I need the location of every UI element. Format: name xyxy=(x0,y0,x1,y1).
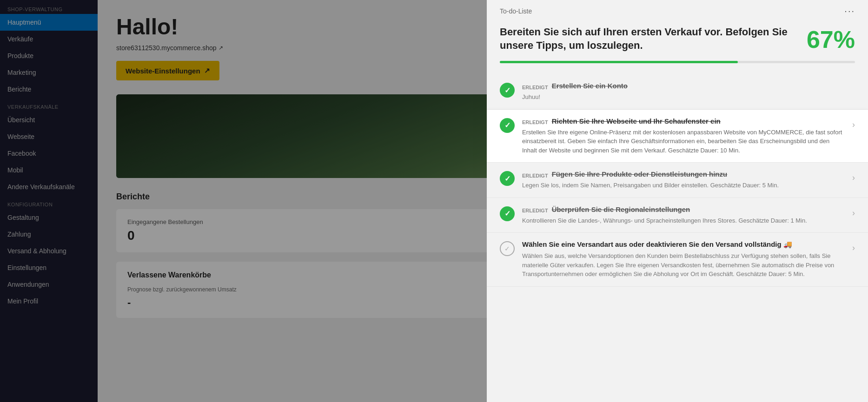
todo-item-versand-content: Wählen Sie eine Versandart aus oder deak… xyxy=(522,240,845,279)
chevron-right-icon-regional: › xyxy=(852,208,855,218)
todo-item-webseite-title: Richten Sie Ihre Webseite und Ihr Schauf… xyxy=(552,117,721,125)
erledigt-label-regional: Erledigt xyxy=(522,208,548,213)
todo-hero-title: Bereiten Sie sich auf Ihren ersten Verka… xyxy=(500,26,799,52)
check-icon-konto: ✓ xyxy=(500,83,515,98)
erledigt-label-konto: Erledigt xyxy=(522,85,548,90)
check-icon-produkte: ✓ xyxy=(500,171,515,186)
todo-hero: Bereiten Sie sich auf Ihren ersten Verka… xyxy=(487,16,868,61)
todo-percent: 67% xyxy=(799,26,855,53)
todo-item-produkte-title: Fügen Sie Ihre Produkte oder Dienstleist… xyxy=(552,170,728,178)
progress-bar-fill xyxy=(500,61,738,63)
todo-panel: To-do-Liste ··· Bereiten Sie sich auf Ih… xyxy=(487,0,868,402)
todo-items-list: ✓ Erledigt Erstellen Sie ein Konto Juhuu… xyxy=(487,71,868,290)
todo-item-konto-desc: Juhuu! xyxy=(522,92,855,102)
check-icon-regional: ✓ xyxy=(500,206,515,221)
todo-item-produkte-content: Erledigt Fügen Sie Ihre Produkte oder Di… xyxy=(522,170,845,190)
todo-item-regional-desc: Kontrollieren Sie die Landes-, Währungs-… xyxy=(522,216,845,225)
todo-item-konto-content: Erledigt Erstellen Sie ein Konto Juhuu! xyxy=(522,82,855,102)
todo-top-bar: To-do-Liste ··· xyxy=(487,0,868,16)
chevron-right-icon-webseite: › xyxy=(852,120,855,130)
todo-item-webseite-content: Erledigt Richten Sie Ihre Webseite und I… xyxy=(522,117,845,155)
todo-item-produkte-desc: Legen Sie los, indem Sie Namen, Preisang… xyxy=(522,181,845,190)
todo-panel-title: To-do-Liste xyxy=(500,7,532,15)
todo-item-versand-desc: Wählen Sie aus, welche Versandoptionen d… xyxy=(522,251,845,279)
todo-item-versand-title: Wählen Sie eine Versandart aus oder deak… xyxy=(522,240,792,249)
todo-item-regional-content: Erledigt Überprüfen Sie die Regionaleins… xyxy=(522,205,845,225)
progress-bar xyxy=(487,61,868,71)
check-icon-webseite: ✓ xyxy=(500,118,515,133)
todo-item-regional-title: Überprüfen Sie die Regionaleinstellungen xyxy=(552,205,690,213)
todo-item-webseite-desc: Erstellen Sie Ihre eigene Online-Präsenz… xyxy=(522,128,845,155)
chevron-right-icon-versand: › xyxy=(852,243,855,253)
overlay[interactable]: To-do-Liste ··· Bereiten Sie sich auf Ih… xyxy=(0,0,868,402)
todo-item-webseite[interactable]: ✓ Erledigt Richten Sie Ihre Webseite und… xyxy=(487,110,868,163)
erledigt-label-webseite: Erledigt xyxy=(522,119,548,125)
chevron-right-icon-produkte: › xyxy=(852,173,855,183)
todo-item-konto-title: Erstellen Sie ein Konto xyxy=(552,82,628,90)
todo-item-produkte[interactable]: ✓ Erledigt Fügen Sie Ihre Produkte oder … xyxy=(487,163,868,198)
todo-item-versand[interactable]: ✓ Wählen Sie eine Versandart aus oder de… xyxy=(487,233,868,287)
todo-item-regional[interactable]: ✓ Erledigt Überprüfen Sie die Regionalei… xyxy=(487,198,868,233)
todo-item-konto[interactable]: ✓ Erledigt Erstellen Sie ein Konto Juhuu… xyxy=(487,74,868,110)
progress-bar-bg xyxy=(500,61,855,63)
todo-more-button[interactable]: ··· xyxy=(844,6,855,16)
check-icon-versand-pending: ✓ xyxy=(500,241,515,256)
erledigt-label-produkte: Erledigt xyxy=(522,173,548,178)
